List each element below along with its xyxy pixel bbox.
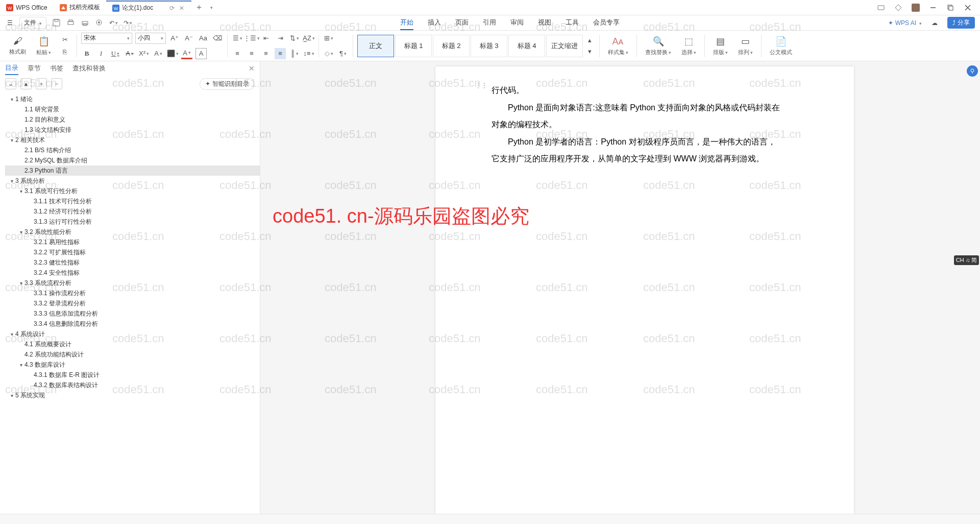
- menu-tab-insert[interactable]: 插入: [428, 16, 441, 30]
- caret-icon[interactable]: ▾: [8, 331, 15, 337]
- style-set-button[interactable]: Aᴀ 样式集: [604, 31, 632, 61]
- window-maximize-icon[interactable]: [945, 3, 955, 13]
- caret-icon[interactable]: ▾: [8, 178, 15, 184]
- toc-item[interactable]: ▾3.1 系统可行性分析: [5, 186, 260, 196]
- toc-item[interactable]: 2.2 MySQL 数据库介绍: [5, 155, 260, 165]
- style-heading3[interactable]: 标题 3: [471, 35, 507, 57]
- toc-item[interactable]: 3.1.3 运行可行性分析: [5, 217, 260, 227]
- toc-item[interactable]: ▾1 绪论: [5, 94, 260, 104]
- toc-item[interactable]: 4.3.1 数据库 E-R 图设计: [5, 370, 260, 380]
- bold-button[interactable]: B: [81, 48, 92, 59]
- toc-item[interactable]: 2.1 B/S 结构介绍: [5, 145, 260, 155]
- toc-item[interactable]: 3.3.4 信息删除流程分析: [5, 319, 260, 329]
- print-icon[interactable]: [80, 18, 89, 28]
- smart-toc-button[interactable]: ✦ 智能识别目录: [200, 78, 255, 90]
- sidebar-tab-toc[interactable]: 目录: [5, 62, 18, 75]
- undo-button[interactable]: ↶: [109, 18, 118, 28]
- font-family-select[interactable]: 宋体▾: [81, 33, 132, 44]
- align-justify-button[interactable]: ≡: [275, 48, 286, 59]
- toc-item[interactable]: 1.3 论文结构安排: [5, 125, 260, 135]
- style-indent[interactable]: 正文缩进: [546, 35, 583, 57]
- style-body[interactable]: 正文: [357, 35, 394, 57]
- app-tab-document[interactable]: W 论文(1).doc ⟳ ✕: [106, 1, 191, 15]
- app-tab-template[interactable]: 找稻壳模板: [54, 1, 106, 15]
- toc-list[interactable]: ▾1 绪论1.1 研究背景1.2 目的和意义1.3 论文结构安排▾2 相关技术2…: [0, 92, 260, 514]
- window-tablet-icon[interactable]: [876, 3, 886, 13]
- window-close-icon[interactable]: [963, 3, 973, 13]
- italic-button[interactable]: I: [95, 48, 107, 59]
- caret-icon[interactable]: ▾: [17, 229, 24, 235]
- hamburger-icon[interactable]: ☰: [5, 18, 14, 28]
- toc-item[interactable]: 3.3.3 信息添加流程分析: [5, 308, 260, 319]
- toc-item[interactable]: ▾4.3 数据库设计: [5, 360, 260, 370]
- decrease-font-button[interactable]: A⁻: [183, 33, 194, 44]
- increase-font-button[interactable]: A⁺: [169, 33, 180, 44]
- toc-item[interactable]: 3.3.2 登录流程分析: [5, 298, 260, 308]
- drag-handle-icon[interactable]: ⋮⋮: [475, 82, 487, 89]
- underline-button[interactable]: U: [110, 48, 121, 59]
- save-icon[interactable]: [52, 18, 61, 28]
- sort-button[interactable]: A̲Z: [303, 33, 314, 44]
- sidebar-tab-find[interactable]: 查找和替换: [72, 62, 106, 75]
- document-viewport[interactable]: ⋮⋮ 行代码。 Python 是面向对象语言:这意味着 Python 支持面向对…: [260, 61, 980, 514]
- highlight-button[interactable]: ⬛: [167, 48, 178, 59]
- decrease-indent-button[interactable]: ⇤: [260, 33, 272, 44]
- line-spacing-button[interactable]: ↕≡: [303, 48, 314, 59]
- shading-button[interactable]: ◇: [323, 48, 334, 59]
- window-box-icon[interactable]: [893, 3, 903, 13]
- align-left-button[interactable]: ≡: [232, 48, 243, 59]
- phonetic-button[interactable]: A: [195, 48, 207, 59]
- ime-indicator[interactable]: CH ♫ 简: [954, 255, 979, 265]
- user-avatar-icon[interactable]: [911, 3, 921, 13]
- toc-collapse-button[interactable]: ⌄: [5, 78, 16, 89]
- toc-item[interactable]: 3.1.1 技术可行性分析: [5, 196, 260, 206]
- toc-item[interactable]: ▾3.2 系统性能分析: [5, 227, 260, 237]
- superscript-button[interactable]: X²: [138, 48, 150, 59]
- window-minimize-icon[interactable]: [928, 3, 938, 13]
- tab-add-button[interactable]: ＋: [191, 2, 207, 13]
- arrange-button[interactable]: ▭ 排列: [734, 31, 757, 61]
- menu-tab-reference[interactable]: 引用: [483, 16, 496, 30]
- bullets-button[interactable]: ☰: [232, 33, 243, 44]
- copy-button[interactable]: ⎘: [59, 46, 70, 58]
- toc-item[interactable]: 4.3.2 数据库表结构设计: [5, 380, 260, 390]
- sidebar-close-icon[interactable]: ✕: [249, 64, 255, 73]
- toc-item[interactable]: 1.2 目的和意义: [5, 114, 260, 125]
- toc-item[interactable]: ▾3 系统分析: [5, 176, 260, 186]
- menu-tab-review[interactable]: 审阅: [510, 16, 524, 30]
- text-effect-button[interactable]: A: [153, 48, 164, 59]
- toc-item[interactable]: ▾5 系统实现: [5, 390, 260, 400]
- toc-item[interactable]: 4.2 系统功能结构设计: [5, 349, 260, 360]
- style-gallery-down[interactable]: ▾: [584, 46, 595, 57]
- layout-sort-button[interactable]: ▤ 排版: [709, 31, 732, 61]
- style-gallery-up[interactable]: ▴: [584, 35, 595, 46]
- locate-button[interactable]: [967, 65, 978, 77]
- menu-tab-page[interactable]: 页面: [455, 16, 469, 30]
- font-color-button[interactable]: A: [181, 48, 192, 59]
- find-replace-button[interactable]: 🔍 查找替换: [641, 31, 675, 61]
- cut-button[interactable]: ✂: [59, 34, 70, 45]
- toc-item[interactable]: ▾4 系统设计: [5, 329, 260, 339]
- toc-item[interactable]: 1.1 研究背景: [5, 104, 260, 114]
- toc-item[interactable]: 3.2.4 安全性指标: [5, 268, 260, 278]
- caret-icon[interactable]: ▾: [8, 393, 15, 398]
- style-heading1[interactable]: 标题 1: [395, 35, 432, 57]
- sidebar-tab-chapter[interactable]: 章节: [28, 62, 41, 75]
- toc-item[interactable]: 3.3.1 操作流程分析: [5, 288, 260, 298]
- menu-tab-view[interactable]: 视图: [538, 16, 551, 30]
- caret-icon[interactable]: ▾: [17, 362, 24, 368]
- paste-button[interactable]: 📋 粘贴: [32, 31, 55, 61]
- distribute-button[interactable]: ║: [289, 48, 300, 59]
- paragraph-mark-button[interactable]: ¶: [337, 48, 349, 59]
- toc-item[interactable]: 4.1 系统概要设计: [5, 339, 260, 349]
- select-button[interactable]: ⬚ 选择: [677, 31, 700, 61]
- toc-item[interactable]: 3.1.2 经济可行性分析: [5, 206, 260, 217]
- preview-icon[interactable]: [94, 18, 104, 28]
- menu-tab-member[interactable]: 会员专享: [593, 16, 620, 30]
- text-direction-button[interactable]: ⇅: [289, 33, 300, 44]
- toc-item[interactable]: 2.3 Python 语言: [5, 165, 260, 176]
- caret-icon[interactable]: ▾: [8, 137, 15, 143]
- font-size-select[interactable]: 小四▾: [135, 33, 166, 44]
- redo-button[interactable]: ↷: [123, 18, 132, 28]
- clear-format-button[interactable]: ⌫: [212, 33, 223, 44]
